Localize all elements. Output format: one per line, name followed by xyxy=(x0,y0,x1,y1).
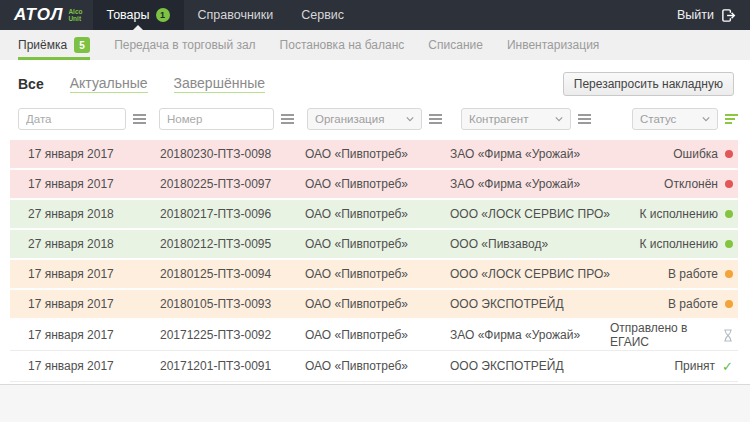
status-dot-icon xyxy=(725,240,733,248)
main-menu: Товары 1 Справочники Сервис xyxy=(93,0,359,30)
status-label: Отправлено в ЕГАИС xyxy=(610,321,716,349)
status-label: Отклонён xyxy=(664,177,718,191)
hourglass-icon xyxy=(723,329,733,342)
tab-peredacha[interactable]: Передача в торговый зал xyxy=(114,30,255,60)
cell-number: 20180230-ПТЗ-0098 xyxy=(160,147,305,161)
status-check-icon: ✓ xyxy=(722,360,733,373)
tab-spisanie[interactable]: Списание xyxy=(428,30,483,60)
table-row[interactable]: 17 января 2017 20171225-ПТЗ-0092 ОАО «Пи… xyxy=(10,320,738,351)
status-dot-icon xyxy=(725,270,733,278)
cell-status: Ошибка xyxy=(610,147,738,161)
cell-organization: ОАО «Пивпотреб» xyxy=(305,147,450,161)
cell-date: 17 января 2017 xyxy=(10,359,160,373)
logout-button[interactable]: Выйти xyxy=(663,0,750,30)
table-row[interactable]: 17 января 2017 20180105-ПТЗ-0093 ОАО «Пи… xyxy=(10,290,738,320)
goods-count-badge: 1 xyxy=(156,8,170,22)
priemka-count-badge: 5 xyxy=(74,37,90,53)
atol-logo-text: АТОЛ xyxy=(14,5,63,25)
view-tab-all[interactable]: Все xyxy=(18,76,44,93)
page-footer-area xyxy=(0,384,750,422)
status-filter-select[interactable]: Статус xyxy=(632,108,718,130)
status-label: К исполнению xyxy=(639,207,718,221)
counterparty-filter-select[interactable]: Контрагент xyxy=(461,108,571,130)
cell-date: 17 января 2017 xyxy=(10,328,160,342)
invoices-table: 17 января 2017 20180230-ПТЗ-0098 ОАО «Пи… xyxy=(10,140,738,382)
alco-unit-label: Alco Unit xyxy=(68,8,82,23)
cell-date: 17 января 2017 xyxy=(10,177,160,191)
cell-status: В работе xyxy=(610,297,738,311)
cell-organization: ОАО «Пивпотреб» xyxy=(305,237,450,251)
organization-filter-select[interactable]: Организация xyxy=(307,108,422,130)
status-label: Принят xyxy=(674,359,715,373)
table-row[interactable]: 27 января 2018 20180212-ПТЗ-0095 ОАО «Пи… xyxy=(10,230,738,260)
top-bar: АТОЛ Alco Unit Товары 1 Справочники Серв… xyxy=(0,0,750,30)
cell-date: 17 января 2017 xyxy=(10,297,160,311)
cell-status: В работе xyxy=(610,267,738,281)
cell-date: 27 января 2018 xyxy=(10,237,160,251)
table-row[interactable]: 27 января 2018 20180217-ПТЗ-0096 ОАО «Пи… xyxy=(10,200,738,230)
column-filters: Организация Контрагент Статус xyxy=(0,102,750,140)
cell-number: 20171201-ПТЗ-0091 xyxy=(160,359,305,373)
cell-organization: ОАО «Пивпотреб» xyxy=(305,177,450,191)
tab-postanovka[interactable]: Постановка на баланс xyxy=(280,30,405,60)
status-dot-icon xyxy=(725,210,733,218)
chevron-down-icon xyxy=(555,115,563,123)
organization-filter-menu-icon[interactable] xyxy=(429,114,442,124)
status-dot-icon xyxy=(725,150,733,158)
number-filter-menu-icon[interactable] xyxy=(281,114,294,124)
cell-number: 20180125-ПТЗ-0094 xyxy=(160,267,305,281)
view-tab-completed[interactable]: Завершённые xyxy=(174,75,265,93)
tab-priemka[interactable]: Приёмка 5 xyxy=(18,30,90,60)
logout-icon xyxy=(721,8,736,23)
cell-number: 20171225-ПТЗ-0092 xyxy=(160,328,305,342)
cell-counterparty: ООО «ЛОСК СЕРВИС ПРО» xyxy=(450,267,610,281)
cell-status: К исполнению xyxy=(610,207,738,221)
cell-counterparty: ЗАО «Фирма «Урожай» xyxy=(450,147,610,161)
tab-inventarizaciya[interactable]: Инвентаризация xyxy=(507,30,599,60)
cell-organization: ОАО «Пивпотреб» xyxy=(305,207,450,221)
status-label: В работе xyxy=(668,267,718,281)
cell-number: 20180225-ПТЗ-0097 xyxy=(160,177,305,191)
chevron-down-icon xyxy=(406,115,414,123)
cell-number: 20180212-ПТЗ-0095 xyxy=(160,237,305,251)
cell-status: Принят ✓ xyxy=(610,359,738,373)
view-tab-actual[interactable]: Актуальные xyxy=(70,75,148,93)
cell-number: 20180217-ПТЗ-0096 xyxy=(160,207,305,221)
cell-date: 17 января 2017 xyxy=(10,267,160,281)
cell-organization: ОАО «Пивпотреб» xyxy=(305,267,450,281)
cell-date: 17 января 2017 xyxy=(10,147,160,161)
table-row[interactable]: 17 января 2017 20180225-ПТЗ-0097 ОАО «Пи… xyxy=(10,170,738,200)
cell-counterparty: ООО «Пивзавод» xyxy=(450,237,610,251)
status-label: В работе xyxy=(668,297,718,311)
cell-counterparty: ООО ЭКСПОТРЕЙД xyxy=(450,297,610,311)
menu-item-goods[interactable]: Товары 1 xyxy=(93,0,184,30)
status-dot-icon xyxy=(725,300,733,308)
cell-status: Отправлено в ЕГАИС xyxy=(610,321,738,349)
view-filter-row: Все Актуальные Завершённые Перезапросить… xyxy=(0,60,750,102)
atol-logo: АТОЛ Alco Unit xyxy=(0,0,93,30)
cell-date: 27 января 2018 xyxy=(10,207,160,221)
counterparty-filter-menu-icon[interactable] xyxy=(578,114,591,124)
cell-counterparty: ООО ЭКСПОТРЕЙД xyxy=(450,359,610,373)
status-dot-icon xyxy=(725,180,733,188)
table-row[interactable]: 17 января 2017 20180230-ПТЗ-0098 ОАО «Пи… xyxy=(10,140,738,170)
status-label: К исполнению xyxy=(639,237,718,251)
menu-item-service[interactable]: Сервис xyxy=(287,0,358,30)
cell-organization: ОАО «Пивпотреб» xyxy=(305,328,450,342)
status-filter-active-icon[interactable] xyxy=(725,114,738,124)
date-filter-input[interactable] xyxy=(18,108,126,130)
requery-invoice-button[interactable]: Перезапросить накладную xyxy=(563,72,734,96)
cell-counterparty: ЗАО «Фирма «Урожай» xyxy=(450,328,610,342)
app-window: АТОЛ Alco Unit Товары 1 Справочники Серв… xyxy=(0,0,750,422)
table-row[interactable]: 17 января 2017 20180125-ПТЗ-0094 ОАО «Пи… xyxy=(10,260,738,290)
number-filter-input[interactable] xyxy=(159,108,274,130)
table-row[interactable]: 17 января 2017 20171201-ПТЗ-0091 ОАО «Пи… xyxy=(10,351,738,382)
date-filter-menu-icon[interactable] xyxy=(133,114,146,124)
cell-status: Отклонён xyxy=(610,177,738,191)
cell-counterparty: ЗАО «Фирма «Урожай» xyxy=(450,177,610,191)
section-tabs: Приёмка 5 Передача в торговый зал Постан… xyxy=(0,30,750,60)
cell-organization: ОАО «Пивпотреб» xyxy=(305,297,450,311)
cell-number: 20180105-ПТЗ-0093 xyxy=(160,297,305,311)
cell-status: К исполнению xyxy=(610,237,738,251)
menu-item-directories[interactable]: Справочники xyxy=(184,0,288,30)
